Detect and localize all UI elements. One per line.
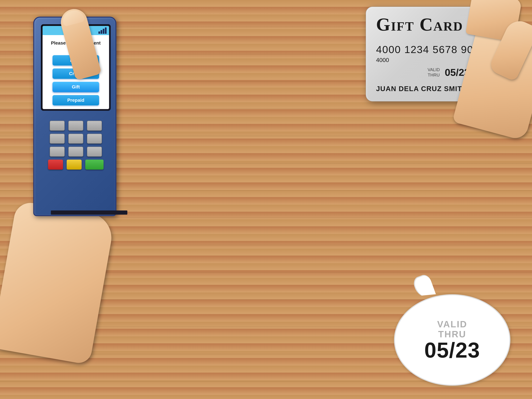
bubble-date: 05/23	[424, 339, 480, 361]
gift-button[interactable]: Gift	[52, 82, 99, 92]
key-8[interactable]	[68, 147, 83, 157]
key-green[interactable]	[85, 160, 104, 170]
valid-thru-label: VALID THRU	[428, 67, 440, 77]
keypad-row-4	[43, 160, 108, 170]
key-2[interactable]	[68, 121, 83, 131]
signal-bar-1	[98, 32, 100, 34]
key-7[interactable]	[50, 147, 65, 157]
bubble-valid-label-line1: VALID	[437, 319, 467, 329]
keypad-row-1	[43, 121, 108, 131]
keypad-area	[43, 121, 108, 170]
keypad-row-3	[43, 147, 108, 157]
prepaid-button[interactable]: Prepaid	[52, 95, 99, 105]
bubble-valid-label-line2: THRU	[437, 329, 467, 339]
key-yellow[interactable]	[67, 160, 82, 170]
key-1[interactable]	[50, 121, 65, 131]
key-9[interactable]	[87, 147, 102, 157]
pos-terminal: Please select payment type Debit Credit …	[20, 17, 133, 332]
signal-bar-4	[105, 27, 107, 34]
key-red[interactable]	[48, 160, 63, 170]
signal-bars	[98, 27, 107, 34]
bubble-valid-thru: VALID THRU	[437, 319, 467, 339]
hand-right	[449, 0, 532, 133]
signal-bar-2	[101, 30, 102, 34]
signal-bar-3	[103, 29, 104, 34]
keypad-row-2	[43, 134, 108, 144]
card-slot	[51, 210, 127, 215]
key-5[interactable]	[68, 134, 83, 144]
key-4[interactable]	[50, 134, 65, 144]
key-3[interactable]	[87, 121, 102, 131]
key-6[interactable]	[87, 134, 102, 144]
speech-bubble: VALID THRU 05/23	[394, 294, 510, 386]
